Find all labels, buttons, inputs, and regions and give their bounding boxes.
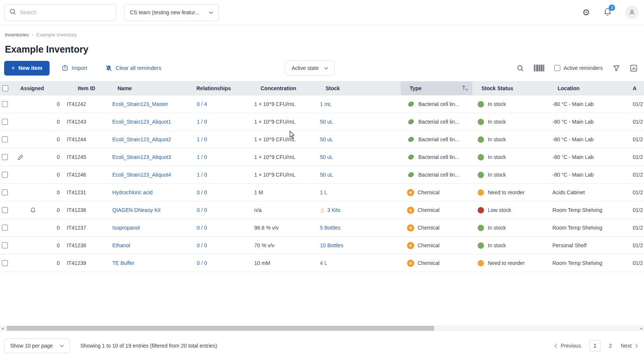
item-name-link[interactable]: Ecoli_Strain123_Aliquot4 <box>112 172 171 178</box>
header-concentration[interactable]: Concentration <box>251 82 317 95</box>
stock-link[interactable]: 10 Bottles <box>320 242 343 248</box>
active-reminders-filter[interactable]: Active reminders <box>554 65 603 71</box>
stock-link[interactable]: 3 Kits <box>327 207 340 213</box>
row-checkbox[interactable] <box>2 101 8 107</box>
scroll-right-arrow[interactable]: ▸ <box>641 326 642 330</box>
assigned-count: 0 <box>57 154 63 160</box>
header-location[interactable]: Location <box>546 82 628 95</box>
item-name-link[interactable]: QIAGEN DNeasy Kit <box>112 207 160 213</box>
new-item-button[interactable]: + New item <box>4 61 50 76</box>
breadcrumb-inventories[interactable]: Inventories <box>5 32 29 38</box>
row-checkbox[interactable] <box>2 154 8 160</box>
previous-page-button[interactable]: Previous <box>554 343 581 349</box>
search-input[interactable] <box>20 9 111 15</box>
select-all-checkbox[interactable] <box>2 85 8 91</box>
relationships-link[interactable]: 1 / 0 <box>197 119 207 125</box>
added-date: 01/2 <box>628 184 644 201</box>
item-id: IT41242 <box>63 95 109 113</box>
gear-icon[interactable]: ⚙ <box>582 8 590 17</box>
header-stock[interactable]: Stock <box>317 82 401 95</box>
header-assigned[interactable]: Assigned <box>14 82 63 95</box>
item-name-link[interactable]: Ecoli_Strain123_Aliquot1 <box>112 119 171 125</box>
stock-link[interactable]: 50 uL <box>320 172 333 178</box>
row-checkbox[interactable] <box>2 136 8 142</box>
import-button[interactable]: Import <box>62 65 87 71</box>
sort-ascending-icon[interactable] <box>462 85 468 92</box>
header-name[interactable]: Name <box>109 82 187 95</box>
table-row[interactable]: 0 IT41239 TE Buffer 0 / 0 10 mM 4 L ☣ Ch… <box>0 254 644 272</box>
table-row[interactable]: 0 IT41244 Ecoli_Strain123_Aliquot2 1 / 0… <box>0 131 644 148</box>
horizontal-scrollbar[interactable]: ◂ ▸ <box>0 325 644 331</box>
row-checkbox[interactable] <box>2 207 8 213</box>
relationships-link[interactable]: 0 / 0 <box>197 225 207 231</box>
stock-link[interactable]: 1 mL <box>320 101 332 107</box>
relationships-link[interactable]: 0 / 0 <box>197 242 207 248</box>
reminder-bell-icon[interactable] <box>30 207 36 213</box>
item-name-link[interactable]: Isopropanol <box>112 225 140 231</box>
relationships-link[interactable]: 0 / 0 <box>197 207 207 213</box>
table-row[interactable]: 0 IT41237 Isopropanol 0 / 0 98.8 % v/v 5… <box>0 219 644 237</box>
scroll-left-arrow[interactable]: ◂ <box>2 326 3 330</box>
team-selector-label: CS team (testing new featur... <box>130 9 199 15</box>
header-relationships[interactable]: Relationships <box>187 82 251 95</box>
team-selector[interactable]: CS team (testing new featur... <box>124 4 219 21</box>
row-checkbox[interactable] <box>2 172 8 178</box>
item-name-link[interactable]: Ethanol <box>112 242 130 248</box>
relationships-link[interactable]: 0 / 4 <box>197 101 207 107</box>
row-checkbox[interactable] <box>2 189 8 195</box>
relationships-link[interactable]: 0 / 0 <box>197 189 207 195</box>
type-label: Chemical <box>418 225 439 231</box>
table-row[interactable]: 0 IT41243 Ecoli_Strain123_Aliquot1 1 / 0… <box>0 113 644 131</box>
header-stock-status[interactable]: Stock Status <box>472 82 546 95</box>
active-reminders-checkbox[interactable] <box>554 65 560 71</box>
item-name-link[interactable]: TE Buffer <box>112 260 134 266</box>
stock-link[interactable]: 5 Bottles <box>320 225 340 231</box>
state-filter-dropdown[interactable]: Active state <box>285 61 334 76</box>
stock-link[interactable]: 4 L <box>320 260 327 266</box>
relationships-link[interactable]: 1 / 0 <box>197 172 207 178</box>
row-checkbox[interactable] <box>2 242 8 248</box>
filter-button[interactable] <box>613 65 620 72</box>
table-row[interactable]: 0 IT41242 Ecoli_Strain123_Master 0 / 4 1… <box>0 95 644 113</box>
item-name-link[interactable]: Ecoli_Strain123_Aliquot2 <box>112 136 171 142</box>
row-checkbox[interactable] <box>2 225 8 231</box>
header-added[interactable]: A <box>628 82 644 95</box>
header-type[interactable]: Type <box>401 82 472 95</box>
relationships-link[interactable]: 1 / 0 <box>197 136 207 142</box>
table-search-button[interactable] <box>517 65 524 72</box>
user-avatar[interactable] <box>625 6 639 19</box>
table-row[interactable]: 0 IT41246 Ecoli_Strain123_Aliquot4 1 / 0… <box>0 166 644 184</box>
page-2-button[interactable]: 2 <box>609 343 612 349</box>
row-checkbox[interactable] <box>2 119 8 125</box>
page-1-button[interactable]: 1 <box>589 340 600 351</box>
item-name-link[interactable]: Hydrochloric acid <box>112 189 152 195</box>
clear-all-reminders-button[interactable]: Clear all reminders <box>105 65 161 72</box>
relationships-link[interactable]: 0 / 0 <box>197 260 207 266</box>
scrollbar-thumb[interactable] <box>7 326 434 331</box>
stock-link[interactable]: 50 uL <box>320 154 333 160</box>
header-item-id[interactable]: Item ID <box>63 82 109 95</box>
barcode-scan-button[interactable] <box>534 65 544 71</box>
stock-link[interactable]: 50 uL <box>320 136 333 142</box>
item-name-link[interactable]: Ecoli_Strain123_Master <box>112 101 168 107</box>
stock-link[interactable]: 50 uL <box>320 119 333 125</box>
assigned-count: 0 <box>57 260 63 266</box>
stock-link[interactable]: 1 L <box>320 189 327 195</box>
item-name-link[interactable]: Ecoli_Strain123_Aliquot3 <box>112 154 171 160</box>
table-row[interactable]: 0 IT41245 Ecoli_Strain123_Aliquot3 1 / 0… <box>0 148 644 166</box>
relationships-link[interactable]: 1 / 0 <box>197 154 207 160</box>
type-label: Chemical <box>418 260 439 266</box>
item-id: IT41246 <box>63 166 109 183</box>
next-page-button[interactable]: Next <box>621 343 638 349</box>
table-row[interactable]: 0 IT41238 Ethanol 0 / 0 70 % v/v 10 Bott… <box>0 237 644 254</box>
edit-pencil-icon[interactable] <box>17 154 24 160</box>
global-search[interactable] <box>5 4 116 21</box>
table-row[interactable]: 0 IT41231 Hydrochloric acid 0 / 0 1 M 1 … <box>0 184 644 201</box>
notifications-button[interactable]: 3 <box>603 8 612 18</box>
row-checkbox[interactable] <box>2 260 8 266</box>
statistics-button[interactable] <box>630 65 637 72</box>
page-size-dropdown[interactable]: Show 10 per page <box>4 339 70 353</box>
table-row[interactable]: 0 IT41236 QIAGEN DNeasy Kit 0 / 0 n/a ⚠ … <box>0 201 644 219</box>
person-icon <box>628 9 636 16</box>
status-label: In stock <box>488 101 506 107</box>
